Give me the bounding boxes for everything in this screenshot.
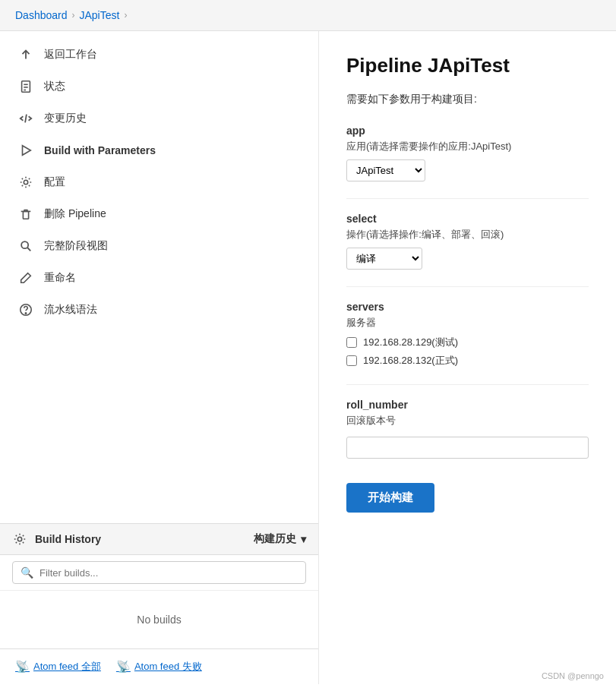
divider-2 <box>346 286 589 287</box>
sidebar-item-stages[interactable]: 完整阶段视图 <box>0 230 318 262</box>
sidebar-item-build-params[interactable]: Build with Parameters <box>0 134 318 166</box>
build-history-toggle[interactable]: 构建历史 ▾ <box>254 532 306 546</box>
param-roll-number-desc: 回滚版本号 <box>346 414 589 428</box>
sidebar-item-rename[interactable]: 重命名 <box>0 262 318 294</box>
build-history-header: Build History 构建历史 ▾ <box>0 523 318 555</box>
svg-point-7 <box>24 180 27 184</box>
sidebar-item-history[interactable]: 变更历史 <box>0 103 318 134</box>
sidebar-item-delete[interactable]: 删除 Pipeline <box>0 198 318 230</box>
svg-marker-6 <box>23 146 31 156</box>
sidebar-item-rename-label: 重命名 <box>44 271 76 285</box>
sidebar-item-back[interactable]: 返回工作台 <box>0 39 318 71</box>
server-1-checkbox[interactable] <box>346 337 357 348</box>
param-servers: servers 服务器 192.168.28.129(测试) 192.168.2… <box>346 301 589 368</box>
build-history-title: Build History <box>35 533 101 545</box>
sidebar-item-syntax-label: 流水线语法 <box>44 303 97 317</box>
param-app-label: app <box>346 125 589 137</box>
doc-icon <box>18 79 33 94</box>
breadcrumb-dashboard[interactable]: Dashboard <box>15 9 68 21</box>
breadcrumb: Dashboard › JApiTest › <box>0 0 616 31</box>
code-icon <box>18 111 33 126</box>
search-box: 🔍 <box>0 555 318 591</box>
param-select-select[interactable]: 编译 部署 回滚 <box>346 248 422 270</box>
svg-point-12 <box>25 313 26 314</box>
help-icon <box>18 302 33 317</box>
svg-line-5 <box>25 115 27 123</box>
sidebar-item-syntax[interactable]: 流水线语法 <box>0 294 318 326</box>
atom-feed-all[interactable]: 📡 Atom feed 全部 <box>15 660 101 674</box>
breadcrumb-japitest[interactable]: JApiTest <box>80 9 120 21</box>
roll-number-input[interactable] <box>346 437 589 459</box>
watermark: CSDN @penngo <box>542 671 604 680</box>
breadcrumb-sep-2: › <box>124 10 127 21</box>
svg-line-10 <box>27 248 30 251</box>
page-description: 需要如下参数用于构建项目: <box>346 93 589 106</box>
server-1-item[interactable]: 192.168.28.129(测试) <box>346 336 589 349</box>
gear-icon <box>18 175 33 190</box>
param-roll-number: roll_number 回滚版本号 <box>346 399 589 459</box>
sidebar-item-stages-label: 完整阶段视图 <box>44 239 108 253</box>
atom-feeds-footer: 📡 Atom feed 全部 📡 Atom feed 失败 <box>0 648 318 684</box>
param-app-desc: 应用(请选择需要操作的应用:JApiTest) <box>346 140 589 153</box>
server-2-item[interactable]: 192.168.28.132(正式) <box>346 354 589 368</box>
pencil-icon <box>18 270 33 286</box>
atom-feed-failed[interactable]: 📡 Atom feed 失败 <box>116 660 202 674</box>
trash-icon <box>18 207 33 222</box>
sidebar-item-config-label: 配置 <box>44 175 65 189</box>
param-app: app 应用(请选择需要操作的应用:JApiTest) JApiTest <box>346 125 589 181</box>
rss-icon-failed: 📡 <box>116 660 131 674</box>
filter-builds-input[interactable] <box>39 567 298 579</box>
sidebar-item-status[interactable]: 状态 <box>0 71 318 103</box>
param-app-select[interactable]: JApiTest <box>346 159 425 181</box>
build-history-zh-label: 构建历史 <box>254 532 296 546</box>
svg-point-9 <box>21 241 28 248</box>
search-input-wrap[interactable]: 🔍 <box>12 561 306 584</box>
build-button[interactable]: 开始构建 <box>346 483 434 513</box>
build-history-gear-icon <box>12 532 27 547</box>
param-select: select 操作(请选择操作:编译、部署、回滚) 编译 部署 回滚 <box>346 213 589 270</box>
search-icon <box>18 238 33 254</box>
arrow-up-icon <box>18 47 33 62</box>
param-select-label: select <box>346 213 589 225</box>
page-title: Pipeline JApiTest <box>346 54 589 77</box>
sidebar: 返回工作台 状态 <box>0 31 319 684</box>
sidebar-item-build-params-label: Build with Parameters <box>44 144 156 156</box>
param-select-desc: 操作(请选择操作:编译、部署、回滚) <box>346 228 589 241</box>
sidebar-item-delete-label: 删除 Pipeline <box>44 207 106 221</box>
search-icon-small: 🔍 <box>21 566 33 579</box>
build-history-left: Build History <box>12 532 101 547</box>
sidebar-item-history-label: 变更历史 <box>44 112 87 125</box>
play-icon <box>18 143 33 158</box>
svg-rect-8 <box>23 211 28 219</box>
sidebar-item-back-label: 返回工作台 <box>44 48 97 62</box>
sidebar-nav: 返回工作台 状态 <box>0 31 318 523</box>
server-2-checkbox[interactable] <box>346 355 357 366</box>
param-servers-label: servers <box>346 301 589 313</box>
sidebar-item-status-label: 状态 <box>44 80 65 93</box>
chevron-down-icon: ▾ <box>301 533 306 545</box>
server-1-label: 192.168.28.129(测试) <box>363 336 458 349</box>
param-servers-desc: 服务器 <box>346 316 589 330</box>
server-2-label: 192.168.28.132(正式) <box>363 354 458 368</box>
param-roll-number-label: roll_number <box>346 399 589 411</box>
no-builds-message: No builds <box>0 591 318 648</box>
main-content: Pipeline JApiTest 需要如下参数用于构建项目: app 应用(请… <box>319 31 616 684</box>
breadcrumb-sep-1: › <box>72 10 75 21</box>
divider-3 <box>346 384 589 385</box>
svg-point-13 <box>17 537 21 541</box>
sidebar-item-config[interactable]: 配置 <box>0 166 318 198</box>
rss-icon-all: 📡 <box>15 660 30 674</box>
divider-1 <box>346 198 589 199</box>
servers-checkbox-group: 192.168.28.129(测试) 192.168.28.132(正式) <box>346 336 589 368</box>
